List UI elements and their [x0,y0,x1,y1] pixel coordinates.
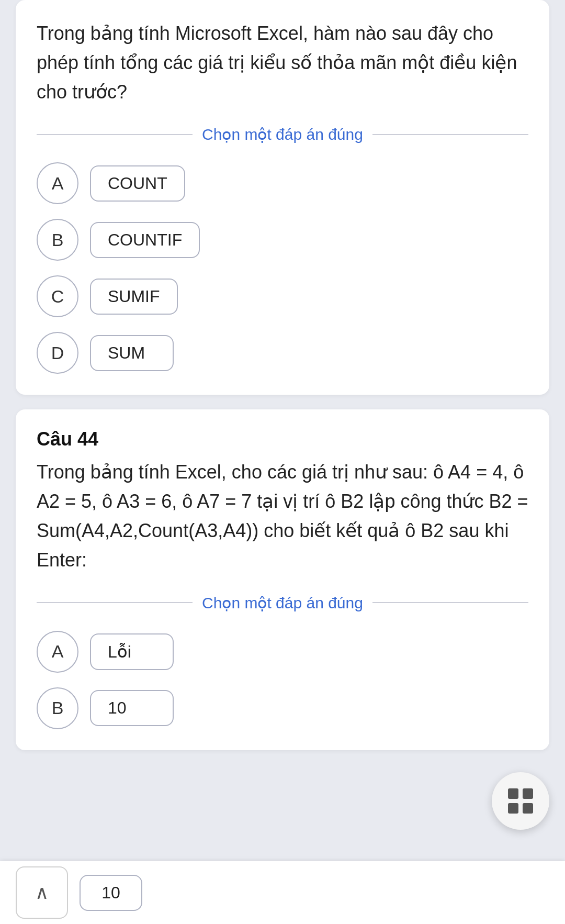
option-value-44-b: 10 [90,690,174,726]
question-43-text: Trong bảng tính Microsoft Excel, hàm nào… [37,19,528,106]
grid-cell-2 [523,788,533,799]
grid-cell-1 [508,788,518,799]
option-43-a[interactable]: A COUNT [37,162,528,204]
grid-cell-3 [508,803,518,814]
question-43-select-label: Chọn một đáp án đúng [193,125,372,143]
question-44-card: Câu 44 Trong bảng tính Excel, cho các gi… [16,409,549,750]
option-43-c[interactable]: C SUMIF [37,275,528,317]
option-letter-43-a: A [37,162,78,204]
option-value-43-d: SUM [90,335,174,371]
option-value-44-a: Lỗi [90,633,174,670]
grid-icon [508,788,533,814]
nav-arrow-up-button[interactable]: ∧ [16,866,68,919]
grid-cell-4 [523,803,533,814]
nav-page-number: 10 [80,875,142,911]
option-letter-43-c: C [37,275,78,317]
option-letter-44-a: A [37,631,78,673]
option-44-a[interactable]: A Lỗi [37,631,528,673]
fab-grid-button[interactable] [492,772,549,830]
question-44-select-label: Chọn một đáp án đúng [193,594,372,612]
bottom-nav: ∧ 10 [0,861,565,924]
page-container: Trong bảng tính Microsoft Excel, hàm nào… [0,0,565,750]
option-letter-44-b: B [37,687,78,729]
question-44-options: A Lỗi B 10 [37,631,528,729]
option-44-b[interactable]: B 10 [37,687,528,729]
question-44-text: Trong bảng tính Excel, cho các giá trị n… [37,458,528,574]
option-43-d[interactable]: D SUM [37,332,528,374]
option-43-b[interactable]: B COUNTIF [37,219,528,261]
question-43-divider: Chọn một đáp án đúng [37,125,528,143]
option-value-43-b: COUNTIF [90,222,200,258]
question-44-number: Câu 44 [37,428,528,450]
option-letter-43-d: D [37,332,78,374]
question-43-options: A COUNT B COUNTIF C SUMIF D SUM [37,162,528,374]
option-value-43-a: COUNT [90,165,185,202]
option-letter-43-b: B [37,219,78,261]
question-43-card: Trong bảng tính Microsoft Excel, hàm nào… [16,0,549,395]
question-44-divider: Chọn một đáp án đúng [37,594,528,612]
arrow-up-icon: ∧ [35,882,49,904]
option-value-43-c: SUMIF [90,279,178,315]
